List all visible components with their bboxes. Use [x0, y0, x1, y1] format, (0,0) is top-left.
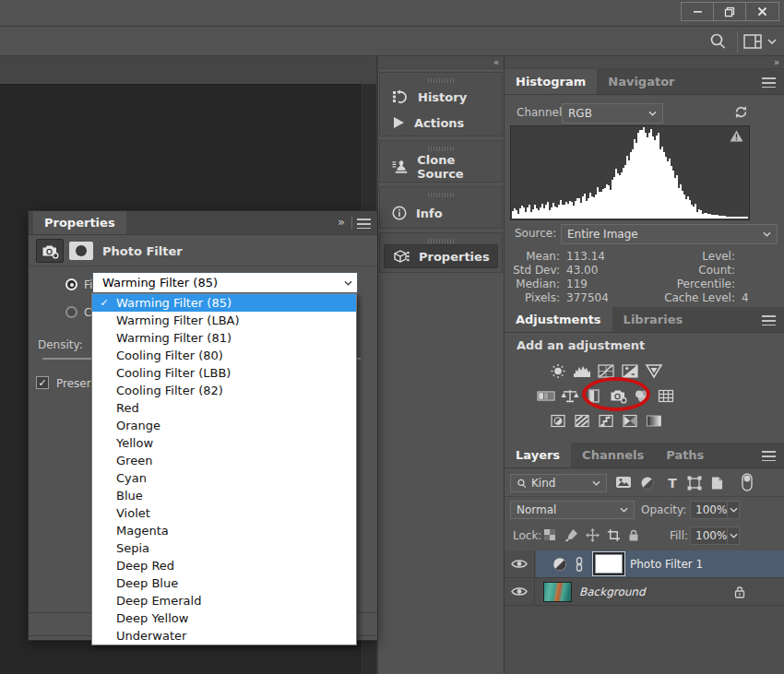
- minimize-button[interactable]: [682, 3, 714, 20]
- filter-option[interactable]: Deep Blue: [92, 574, 356, 592]
- filter-combobox[interactable]: Warming Filter (85): [92, 272, 358, 293]
- dock-item-history[interactable]: History: [380, 84, 502, 110]
- tab-channels[interactable]: Channels: [571, 443, 655, 467]
- filter-option[interactable]: Cooling Filter (80): [92, 347, 356, 364]
- filter-option[interactable]: Red: [92, 399, 356, 417]
- visibility-toggle[interactable]: [505, 550, 535, 577]
- drag-grip[interactable]: [428, 239, 454, 243]
- layer-mask-thumbnail[interactable]: [595, 554, 623, 573]
- photo-filter-icon[interactable]: [608, 388, 628, 404]
- filter-option[interactable]: Deep Red: [92, 557, 356, 574]
- lock-paint-icon[interactable]: [564, 528, 579, 543]
- filter-option[interactable]: Warming Filter (LBA): [92, 312, 356, 329]
- hue-saturation-icon[interactable]: [536, 388, 556, 404]
- filter-option[interactable]: Green: [92, 452, 356, 469]
- tab-adjustments[interactable]: Adjustments: [505, 307, 612, 332]
- channel-mixer-icon[interactable]: [632, 388, 652, 404]
- adjustment-layer-filter-icon[interactable]: [640, 476, 657, 491]
- posterize-icon[interactable]: [572, 413, 592, 429]
- preserve-luminosity-checkbox[interactable]: ✓: [36, 376, 49, 389]
- tab-paths[interactable]: Paths: [655, 443, 715, 467]
- dock-item-clone-source[interactable]: Clone Source: [380, 152, 502, 182]
- tab-histogram[interactable]: Histogram: [505, 69, 597, 94]
- filter-option[interactable]: Magenta: [92, 522, 356, 539]
- collapse-panel-icon[interactable]: »: [338, 215, 344, 229]
- layer-thumbnail[interactable]: [543, 582, 572, 602]
- dock-item-properties[interactable]: Properties: [384, 244, 498, 268]
- rightcol-collapse-button[interactable]: »: [505, 56, 784, 69]
- restore-button[interactable]: [714, 3, 746, 20]
- panel-menu-icon[interactable]: [357, 219, 371, 229]
- filter-radio[interactable]: [65, 278, 77, 290]
- cached-data-warning-icon[interactable]: [730, 130, 743, 142]
- link-icon: [575, 557, 584, 572]
- panel-menu-icon[interactable]: [762, 451, 776, 461]
- color-balance-icon[interactable]: [560, 388, 580, 404]
- dock-collapse-button[interactable]: «: [378, 56, 504, 69]
- filter-option[interactable]: Deep Yellow: [92, 609, 356, 627]
- filter-option[interactable]: Blue: [92, 487, 356, 504]
- histogram-plot[interactable]: [510, 125, 750, 220]
- filter-option[interactable]: Sepia: [92, 539, 356, 557]
- fill-input[interactable]: 100%: [690, 526, 740, 545]
- filter-option[interactable]: ✓Warming Filter (85): [92, 294, 356, 312]
- source-select[interactable]: Entire Image: [561, 224, 778, 244]
- blend-mode-select[interactable]: Normal: [510, 501, 635, 519]
- lock-all-icon[interactable]: [628, 528, 643, 543]
- drag-grip[interactable]: [428, 78, 454, 83]
- color-radio[interactable]: [65, 306, 77, 318]
- brightness-contrast-icon[interactable]: [548, 363, 568, 379]
- gradient-map-icon[interactable]: [644, 413, 664, 429]
- opacity-input[interactable]: 100%: [690, 501, 740, 519]
- drag-grip[interactable]: [428, 193, 454, 197]
- mask-header-button[interactable]: [69, 242, 93, 260]
- black-white-icon[interactable]: [584, 388, 604, 404]
- filter-option[interactable]: Cyan: [92, 469, 356, 487]
- drag-grip[interactable]: [428, 147, 454, 151]
- search-button[interactable]: [708, 32, 727, 51]
- tab-properties[interactable]: Properties: [33, 211, 126, 234]
- workspace-chevron-button[interactable]: [767, 39, 777, 44]
- filter-option[interactable]: Yellow: [92, 434, 356, 452]
- lock-transparency-icon[interactable]: [543, 528, 558, 543]
- invert-icon[interactable]: [548, 413, 568, 429]
- tab-navigator[interactable]: Navigator: [597, 69, 685, 94]
- filter-option[interactable]: Orange: [92, 417, 356, 434]
- levels-icon[interactable]: [572, 363, 592, 379]
- workspace-switcher-button[interactable]: [743, 34, 762, 49]
- filter-toggle-switch[interactable]: [742, 472, 753, 492]
- kind-select[interactable]: Kind: [510, 474, 607, 492]
- dock-item-actions[interactable]: Actions: [380, 110, 502, 136]
- panel-menu-icon[interactable]: [762, 315, 776, 325]
- refresh-button[interactable]: [733, 104, 749, 120]
- filter-option[interactable]: Violet: [92, 504, 356, 522]
- filter-option[interactable]: Cooling Filter (82): [92, 382, 356, 399]
- channel-select[interactable]: RGB: [562, 103, 663, 124]
- lock-position-icon[interactable]: [586, 528, 600, 543]
- filter-option[interactable]: Underwater: [92, 627, 356, 644]
- exposure-icon[interactable]: [620, 363, 640, 379]
- threshold-icon[interactable]: [596, 413, 616, 429]
- chevron-down-icon: [763, 231, 771, 237]
- selective-color-icon[interactable]: [620, 413, 640, 429]
- vibrance-icon[interactable]: [644, 363, 664, 379]
- visibility-toggle[interactable]: [505, 578, 535, 605]
- filter-option[interactable]: Deep Emerald: [92, 592, 356, 609]
- layer-row-background[interactable]: Background: [505, 578, 784, 606]
- type-layer-filter-icon[interactable]: T: [664, 476, 681, 491]
- filter-option[interactable]: Cooling Filter (LBB): [92, 364, 356, 382]
- close-button[interactable]: [746, 3, 778, 20]
- curves-icon[interactable]: [596, 363, 616, 379]
- layer-row-photo-filter[interactable]: Photo Filter 1: [505, 550, 784, 578]
- color-lookup-icon[interactable]: [656, 388, 676, 404]
- pixel-layer-filter-icon[interactable]: [615, 476, 632, 491]
- tab-layers[interactable]: Layers: [505, 443, 571, 467]
- photo-filter-header-button[interactable]: [36, 239, 64, 263]
- tab-libraries[interactable]: Libraries: [612, 307, 695, 332]
- lock-artboard-icon[interactable]: [607, 528, 622, 543]
- panel-menu-icon[interactable]: [762, 77, 776, 88]
- smart-object-filter-icon[interactable]: [711, 476, 728, 491]
- shape-layer-filter-icon[interactable]: [687, 476, 704, 491]
- filter-option[interactable]: Warming Filter (81): [92, 329, 356, 347]
- dock-item-info[interactable]: Info: [380, 198, 502, 228]
